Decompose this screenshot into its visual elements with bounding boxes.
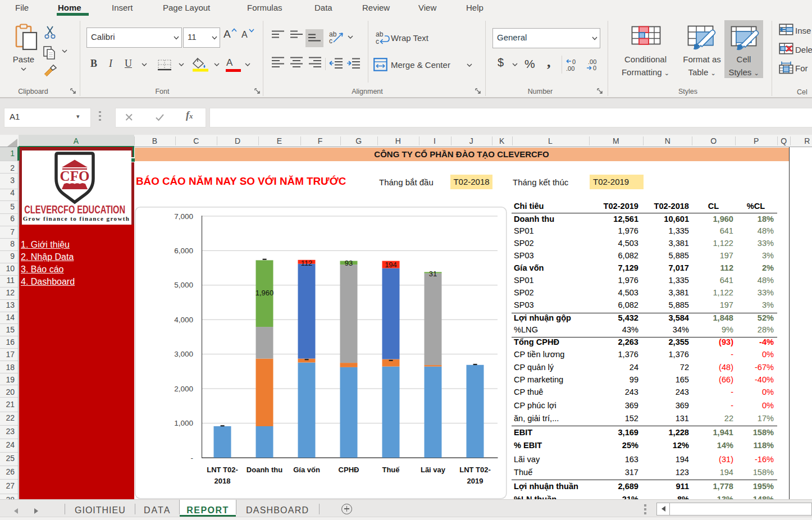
svg-text:Thuế: Thuế	[382, 466, 400, 474]
svg-text:2,000: 2,000	[174, 385, 193, 393]
svg-text:-: -	[191, 454, 194, 462]
svg-text:7,000: 7,000	[174, 212, 193, 221]
svg-text:CFO: CFO	[60, 168, 90, 184]
svg-text:Lãi vay: Lãi vay	[421, 466, 446, 474]
svg-text:Doanh thu: Doanh thu	[247, 466, 282, 474]
svg-text:3,000: 3,000	[174, 350, 193, 358]
svg-text:CPHĐ: CPHĐ	[339, 466, 359, 474]
svg-text:c: c	[329, 37, 332, 45]
svg-text:2018: 2018	[215, 477, 231, 485]
svg-text:0: 0	[572, 58, 576, 65]
svg-text:.00: .00	[566, 65, 574, 71]
svg-text:4,000: 4,000	[174, 316, 193, 324]
svg-text:194: 194	[385, 261, 397, 269]
svg-text:LNT T02-: LNT T02-	[207, 466, 238, 474]
svg-text:1,000: 1,000	[174, 419, 193, 427]
svg-text:93: 93	[345, 259, 353, 267]
svg-text:112: 112	[301, 259, 313, 267]
svg-text:2019: 2019	[467, 477, 483, 485]
svg-text:c: c	[376, 38, 379, 45]
svg-text:0: 0	[593, 65, 596, 71]
svg-text:LNT T02-: LNT T02-	[459, 466, 491, 474]
svg-text:5,000: 5,000	[174, 281, 193, 289]
svg-text:6,000: 6,000	[174, 247, 193, 255]
svg-text:Gía vốn: Gía vốn	[293, 466, 320, 474]
svg-text:31: 31	[429, 270, 437, 278]
svg-text:1,960: 1,960	[256, 289, 274, 297]
